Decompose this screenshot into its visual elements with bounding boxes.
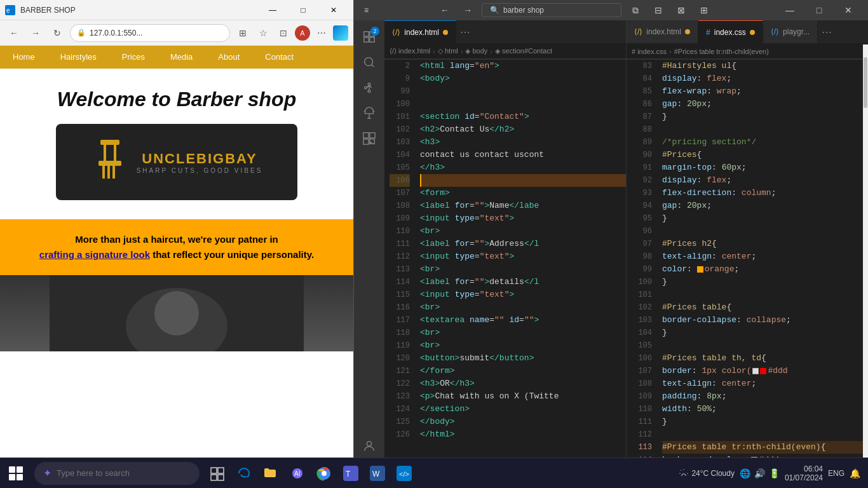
customize-layout-button[interactable]: ⊞ <box>695 1 713 19</box>
svg-text:</>: </> <box>399 470 409 478</box>
svg-rect-8 <box>112 166 115 179</box>
file-icon: ⟨/⟩ <box>392 28 400 37</box>
network-icon[interactable]: 🌐 <box>740 468 750 478</box>
html-file-icon: ⟨/⟩ <box>634 27 642 36</box>
taskbar-search-input[interactable] <box>57 468 171 478</box>
reload-button[interactable]: ↻ <box>48 24 66 42</box>
css-code-editor[interactable]: 8384858687 8889909192 9394959697 9899100… <box>627 60 868 474</box>
nav-prices[interactable]: Prices <box>109 46 158 69</box>
search-sidebar-icon[interactable] <box>358 51 381 74</box>
site-promo: More than just a haircut, we're your pat… <box>0 219 353 275</box>
breadcrumb-sep1: › <box>433 48 435 55</box>
breadcrumb-right: # index.css › #Prices table tr:nth-child… <box>626 44 868 59</box>
tab-index-css[interactable]: # index.css <box>698 20 763 43</box>
more-tabs-button[interactable]: ⋯ <box>456 20 474 43</box>
website-content: Home Hairstyles Prices Media About Conta… <box>0 46 353 458</box>
clock-area[interactable]: 06:04 01/07/2024 <box>785 464 823 482</box>
tab-playgr[interactable]: ⟨/⟩ playgr... <box>763 20 818 43</box>
svg-point-17 <box>368 90 370 93</box>
profile-button[interactable]: A <box>295 25 310 41</box>
site-title: Welcome to Barber shop <box>13 88 341 111</box>
right-editor-tabs: ⟨/⟩ index.html # index.css ⟨/⟩ playgr... <box>626 20 868 43</box>
html-code-editor[interactable]: 29 99100101102 103104105 106 107108109 1… <box>384 60 626 474</box>
vscode-back-button[interactable]: ← <box>436 1 454 19</box>
vscode-menu-hamburger[interactable]: ≡ <box>359 3 374 17</box>
breadcrumb-file: ⟨/⟩ index.html <box>390 47 430 55</box>
taskbar-app-word[interactable]: W <box>365 458 390 489</box>
edge-icon <box>333 25 348 41</box>
close-button[interactable]: ✕ <box>319 0 348 20</box>
split-editor-button[interactable]: ⧉ <box>627 1 644 19</box>
battery-icon[interactable]: 🔋 <box>769 468 780 478</box>
svg-rect-28 <box>218 475 224 480</box>
git-icon[interactable] <box>358 76 381 99</box>
explorer-icon[interactable]: 2 <box>358 25 381 48</box>
promo-link[interactable]: crafting a signature look <box>39 249 150 260</box>
account-icon[interactable] <box>358 435 381 458</box>
favorites-button[interactable]: ☆ <box>254 24 272 42</box>
svg-rect-14 <box>364 37 369 42</box>
taskbar-app-copilot[interactable]: AI <box>285 458 310 489</box>
barber-photo <box>50 275 304 351</box>
modified-dot-r <box>685 29 690 34</box>
left-editor-tabs: ⟨/⟩ index.html ⋯ <box>384 20 626 43</box>
nav-hairstyles[interactable]: Hairstyles <box>48 46 109 69</box>
extensions-icon[interactable] <box>358 127 381 150</box>
minimize-button[interactable]: — <box>258 0 287 20</box>
address-bar[interactable]: 🔒 127.0.0.1:550... <box>70 24 230 42</box>
start-button[interactable] <box>0 458 32 489</box>
tab-label-r: index.html <box>646 27 681 36</box>
taskbar-search-box[interactable]: ✦ <box>34 462 200 485</box>
taskbar-app-task-view[interactable] <box>205 458 230 489</box>
language-indicator: ENG <box>828 469 844 478</box>
vscode-forward-button[interactable]: → <box>459 1 477 19</box>
tab-index-html-right[interactable]: ⟨/⟩ index.html <box>627 20 698 43</box>
browser-actions: ⊞ ☆ ⊡ A ⋯ <box>234 24 348 42</box>
vscode-window-controls: — □ ✕ <box>775 0 863 20</box>
forward-button[interactable]: → <box>27 24 44 42</box>
nav-contact[interactable]: Contact <box>252 46 306 69</box>
breadcrumb-left: ⟨/⟩ index.html › ◇ html › ◈ body › ◈ sec… <box>384 44 626 59</box>
breadcrumb-css-selector: #Prices table tr:nth-child(even) <box>674 48 769 55</box>
panel-button[interactable]: ⊠ <box>672 1 690 19</box>
html-editor-pane: 29 99100101102 103104105 106 107108109 1… <box>384 60 626 474</box>
browser-toolbar: ← → ↻ 🔒 127.0.0.1:550... ⊞ ☆ ⊡ A ⋯ <box>0 20 353 46</box>
vscode-close-button[interactable]: ✕ <box>834 0 863 20</box>
more-button[interactable]: ⋯ <box>313 24 330 42</box>
line-numbers-html: 29 99100101102 103104105 106 107108109 1… <box>384 60 415 474</box>
collections-button[interactable]: ⊡ <box>275 24 292 42</box>
browser-scrollbar[interactable] <box>863 44 868 458</box>
taskbar-app-edge[interactable] <box>231 458 257 489</box>
tab-index-html-left[interactable]: ⟨/⟩ index.html <box>384 20 456 43</box>
breadcrumb-css-sep: › <box>669 48 672 55</box>
maximize-button[interactable]: □ <box>288 0 318 20</box>
notification-button[interactable]: 🔔 <box>850 468 860 478</box>
modified-dot <box>443 30 448 35</box>
svg-rect-5 <box>98 161 121 166</box>
nav-about[interactable]: About <box>205 46 252 69</box>
debug-icon[interactable] <box>358 102 381 125</box>
taskbar-app-chrome[interactable] <box>311 458 337 489</box>
taskbar-app-explorer[interactable] <box>258 458 283 489</box>
nav-home[interactable]: Home <box>0 46 48 69</box>
barber-logo: UNCLEBIGBAY SHARP CUTS, GOOD VIBES <box>56 124 297 200</box>
svg-point-19 <box>365 86 367 89</box>
taskbar-app-teams[interactable]: T <box>338 458 363 489</box>
extensions-button[interactable]: ⊞ <box>234 24 252 42</box>
layout-button[interactable]: ⊟ <box>649 1 667 19</box>
breadcrumb-body: ◈ body <box>465 47 487 55</box>
svg-rect-20 <box>363 133 369 138</box>
volume-icon[interactable]: 🔊 <box>754 468 765 478</box>
vscode-menu: ≡ <box>359 3 374 17</box>
back-button[interactable]: ← <box>5 24 23 42</box>
nav-media[interactable]: Media <box>158 46 205 69</box>
svg-text:AI: AI <box>294 470 300 477</box>
vscode-maximize-button[interactable]: □ <box>804 0 834 20</box>
taskbar-app-vscode[interactable]: </> <box>391 458 417 489</box>
vscode-minimize-button[interactable]: — <box>775 0 804 20</box>
browser-titlebar: e BARBER SHOP — □ ✕ <box>0 0 353 20</box>
svg-rect-22 <box>363 139 369 144</box>
vscode-search-bar[interactable]: 🔍 barber shop <box>482 3 621 17</box>
vscode-window: ≡ ← → 🔍 barber shop ⧉ ⊟ ⊠ ⊞ — □ ✕ <box>354 0 868 488</box>
css-more-button[interactable]: ⋯ <box>818 20 836 43</box>
